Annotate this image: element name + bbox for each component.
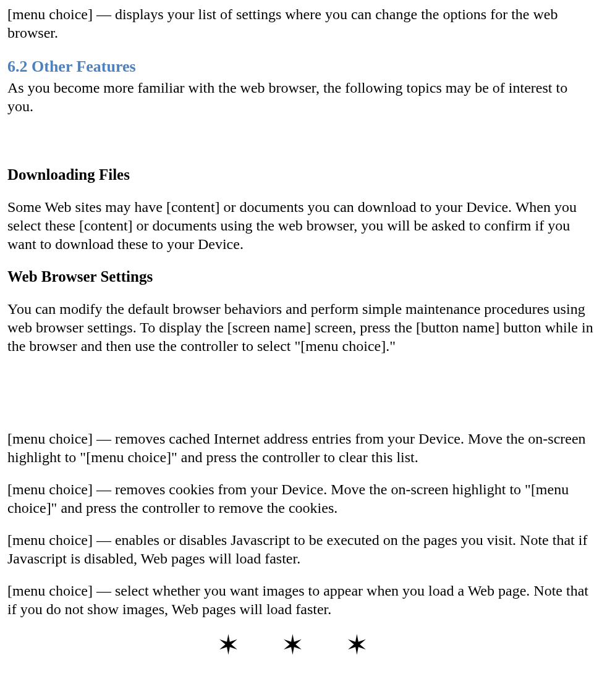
intro-menu-choice-paragraph: [menu choice] — displays your list of se…: [7, 5, 595, 42]
downloading-files-body: Some Web sites may have [content] or doc…: [7, 198, 595, 253]
web-browser-settings-body: You can modify the default browser behav…: [7, 300, 595, 355]
menu-choice-item: [menu choice] — select whether you want …: [7, 581, 595, 618]
subsection-heading-web-browser-settings: Web Browser Settings: [7, 267, 595, 286]
menu-choice-item: [menu choice] — removes cookies from you…: [7, 480, 595, 517]
section-intro-paragraph: As you become more familiar with the web…: [7, 78, 595, 116]
section-divider-stars: ✶ ✶ ✶: [7, 632, 595, 659]
subsection-heading-downloading-files: Downloading Files: [7, 165, 595, 184]
menu-choice-item: [menu choice] — removes cached Internet …: [7, 429, 595, 466]
section-heading-other-features: 6.2 Other Features: [7, 57, 595, 77]
menu-choice-item: [menu choice] — enables or disables Java…: [7, 531, 595, 568]
